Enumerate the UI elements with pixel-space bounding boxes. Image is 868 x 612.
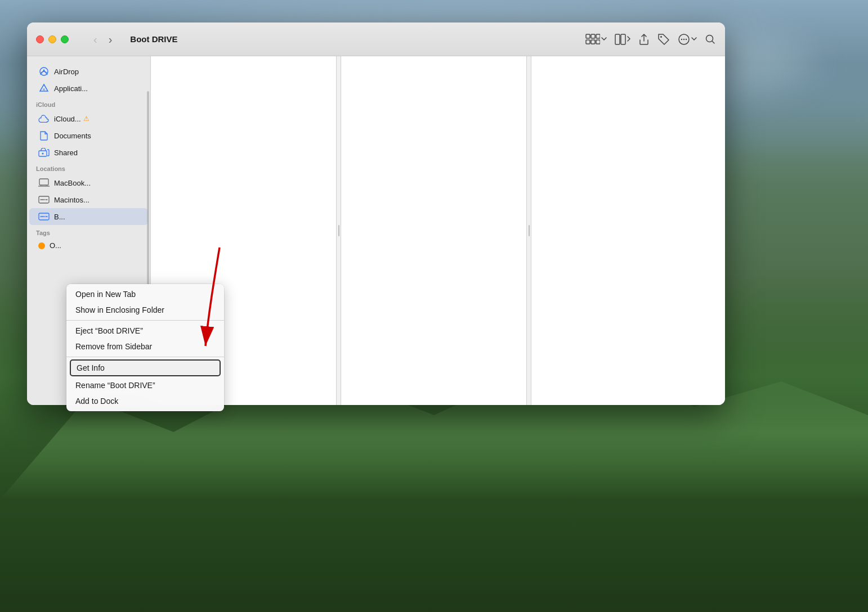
tag-button[interactable]	[657, 33, 670, 46]
locations-section-label: Locations	[27, 161, 150, 174]
search-button[interactable]	[705, 34, 716, 45]
shared-label: Shared	[54, 148, 78, 157]
svg-point-22	[44, 199, 45, 200]
share-button[interactable]	[638, 33, 650, 46]
close-button[interactable]	[36, 35, 44, 43]
svg-point-15	[43, 70, 45, 71]
back-button[interactable]: ‹	[89, 32, 102, 47]
column-2	[341, 56, 527, 405]
documents-label: Documents	[54, 132, 91, 140]
svg-point-11	[683, 38, 684, 39]
icloud-section-label: iCloud	[27, 97, 150, 110]
svg-rect-0	[586, 34, 590, 38]
svg-rect-5	[596, 40, 600, 44]
airdrop-icon	[38, 66, 50, 77]
macintosh-hd-icon	[38, 194, 50, 205]
column-resizer-2[interactable]	[527, 56, 531, 405]
minimize-button[interactable]	[48, 35, 56, 43]
airdrop-label: AirDrop	[54, 68, 79, 76]
column-3	[531, 56, 725, 405]
svg-rect-2	[596, 34, 600, 38]
traffic-lights	[36, 35, 69, 43]
resizer-handle-1	[338, 225, 339, 236]
svg-point-16	[43, 88, 45, 91]
boot-drive-label: B...	[54, 213, 65, 221]
sidebar-item-shared[interactable]: Shared	[29, 144, 148, 161]
sidebar-scrollbar	[147, 91, 149, 300]
context-menu-remove-sidebar[interactable]: Remove from Sidebar	[66, 339, 224, 354]
toolbar: ‹ › Boot DRIVE	[27, 22, 725, 56]
toolbar-right	[585, 33, 716, 46]
svg-rect-20	[42, 185, 46, 186]
context-menu-separator-1	[66, 320, 224, 321]
macbook-label: MacBook...	[54, 179, 91, 187]
sidebar-item-documents[interactable]: Documents	[29, 127, 148, 144]
context-menu-show-enclosing[interactable]: Show in Enclosing Folder	[66, 302, 224, 318]
svg-point-12	[686, 38, 687, 39]
sidebar-item-macintosh[interactable]: Macintos...	[29, 191, 148, 208]
context-menu-rename[interactable]: Rename “Boot DRIVE”	[66, 377, 224, 393]
svg-rect-7	[621, 34, 625, 44]
column-resizer-1[interactable]	[337, 56, 341, 405]
sidebar-item-airdrop[interactable]: AirDrop	[29, 63, 148, 80]
svg-point-18	[42, 153, 44, 155]
icloud-icon	[38, 113, 50, 124]
svg-rect-1	[591, 34, 595, 38]
macbook-icon	[38, 177, 50, 188]
column-view-button[interactable]	[615, 34, 630, 45]
context-menu-separator-2	[66, 357, 224, 357]
tags-section-label: Tags	[27, 225, 150, 238]
columns-area	[151, 56, 725, 405]
window-title: Boot DRIVE	[130, 34, 177, 44]
sidebar-item-boot-drive[interactable]: B...	[29, 208, 148, 225]
view-options-button[interactable]	[585, 34, 607, 45]
icloud-warning-icon: ⚠	[83, 115, 90, 123]
applications-label: Applicati...	[54, 84, 88, 93]
svg-rect-4	[591, 40, 595, 44]
sidebar-item-macbook[interactable]: MacBook...	[29, 174, 148, 191]
documents-icon	[38, 130, 50, 141]
context-menu-add-dock[interactable]: Add to Dock	[66, 393, 224, 409]
sidebar-item-tag-orange[interactable]: O...	[29, 238, 148, 253]
svg-point-10	[681, 38, 682, 39]
icloud-label: iCloud... ⚠	[54, 115, 90, 123]
shared-icon	[38, 147, 50, 158]
nav-buttons: ‹ ›	[89, 32, 117, 47]
orange-tag-icon	[38, 242, 45, 249]
sidebar-item-applications[interactable]: Applicati...	[29, 80, 148, 97]
svg-point-24	[44, 216, 45, 217]
context-menu-eject[interactable]: Eject “Boot DRIVE”	[66, 323, 224, 339]
context-menu-open-new-tab[interactable]: Open in New Tab	[66, 286, 224, 302]
tag-orange-label: O...	[50, 241, 61, 250]
macintosh-label: Macintos...	[54, 196, 90, 204]
forward-button[interactable]: ›	[104, 32, 117, 47]
maximize-button[interactable]	[61, 35, 69, 43]
svg-rect-3	[586, 40, 590, 44]
context-menu: Open in New Tab Show in Enclosing Folder…	[66, 284, 224, 411]
applications-icon	[38, 83, 50, 94]
sidebar-item-icloud[interactable]: iCloud... ⚠	[29, 110, 148, 127]
boot-drive-icon	[38, 211, 50, 222]
svg-rect-6	[615, 34, 620, 44]
more-options-button[interactable]	[678, 33, 697, 46]
svg-point-8	[660, 36, 662, 38]
resizer-handle-2	[529, 225, 530, 236]
svg-rect-19	[39, 179, 48, 185]
context-menu-get-info[interactable]: Get Info	[70, 359, 221, 376]
